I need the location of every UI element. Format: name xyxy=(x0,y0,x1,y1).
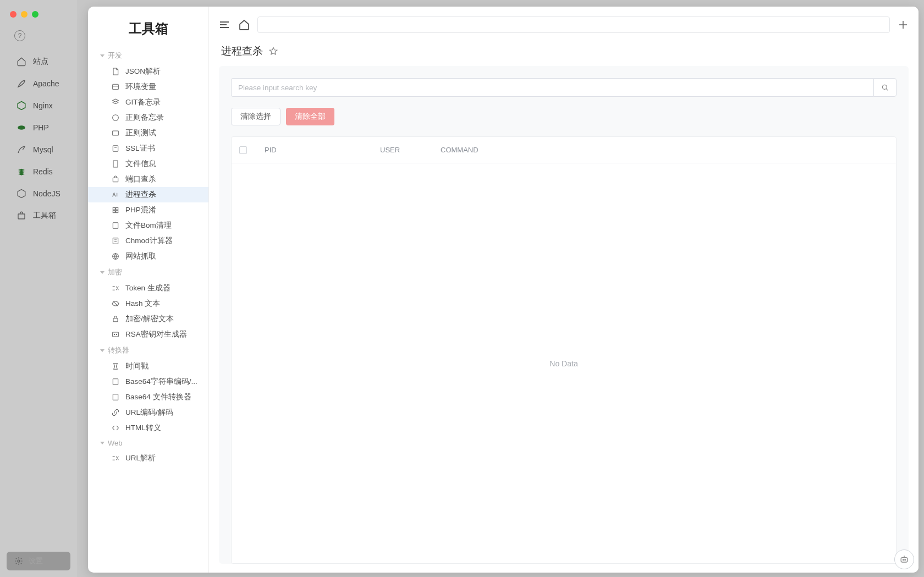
tool-item[interactable]: 正则测试 xyxy=(88,125,208,141)
caret-down-icon xyxy=(100,349,105,352)
tool-item-label: 文件Bom清理 xyxy=(125,221,172,230)
maximize-window-button[interactable] xyxy=(32,11,38,18)
tool-item[interactable]: 加密/解密文本 xyxy=(88,311,208,327)
tool-item[interactable]: 正则备忘录 xyxy=(88,110,208,125)
tool-item-label: Token 生成器 xyxy=(125,283,170,293)
tool-item-label: RSA密钥对生成器 xyxy=(125,329,187,339)
tool-item-label: JSON解析 xyxy=(125,67,161,76)
favorite-button[interactable] xyxy=(268,46,278,56)
select-all-checkbox[interactable] xyxy=(239,146,265,154)
tool-item[interactable]: Token 生成器 xyxy=(88,281,208,296)
tool-item[interactable]: GIT备忘录 xyxy=(88,95,208,110)
search-button[interactable] xyxy=(873,78,897,97)
tool-item-label: URL编码/解码 xyxy=(125,408,173,417)
tool-item-label: 进程查杀 xyxy=(125,190,156,200)
tool-item-label: 环境变量 xyxy=(125,82,156,92)
svg-rect-21 xyxy=(113,318,118,322)
tool-item[interactable]: PHP混淆 xyxy=(88,202,208,218)
content-area: 进程查杀 清除选择 清除全部 PID USER COMMAND No Data xyxy=(209,7,919,573)
tool-item-label: 时间戳 xyxy=(125,361,148,371)
toolbox-icon xyxy=(16,211,26,221)
sidebar-item-sites[interactable]: 站点 xyxy=(0,51,77,73)
tool-item[interactable]: RSA密钥对生成器 xyxy=(88,327,208,342)
nginx-icon xyxy=(16,101,26,111)
tool-icon xyxy=(111,83,120,91)
tool-item[interactable]: SSL证书 xyxy=(88,141,208,156)
tool-item-label: GIT备忘录 xyxy=(125,97,161,107)
column-user: USER xyxy=(380,146,441,154)
tool-item[interactable]: 进程查杀 xyxy=(88,187,208,202)
svg-rect-9 xyxy=(113,161,118,167)
tool-item-label: Hash 文本 xyxy=(125,299,160,309)
search-input[interactable] xyxy=(231,78,873,97)
tool-item[interactable]: 端口查杀 xyxy=(88,172,208,187)
tool-item[interactable]: Base64 文件转换器 xyxy=(88,389,208,405)
tool-item[interactable]: Chmod计算器 xyxy=(88,233,208,249)
minimize-window-button[interactable] xyxy=(21,11,28,18)
sidebar-item-toolbox[interactable]: 工具箱 xyxy=(0,205,77,227)
category-1[interactable]: 加密 xyxy=(88,264,208,281)
svg-point-2 xyxy=(18,560,20,562)
sidebar-item-nginx[interactable]: Nginx xyxy=(0,95,77,117)
sidebar-item-php[interactable]: PHP xyxy=(0,117,77,139)
tool-icon xyxy=(111,129,120,138)
tool-item[interactable]: HTML转义 xyxy=(88,420,208,436)
tool-item[interactable]: URL解析 xyxy=(88,450,208,466)
tool-item[interactable]: JSON解析 xyxy=(88,64,208,79)
sidebar-item-nodejs[interactable]: NodeJS xyxy=(0,183,77,205)
tool-item[interactable]: 时间戳 xyxy=(88,359,208,374)
tool-icon xyxy=(111,237,120,245)
help-icon[interactable]: ? xyxy=(14,30,25,41)
tool-item[interactable]: Base64字符串编码/... xyxy=(88,374,208,389)
svg-point-23 xyxy=(114,334,114,334)
topbar xyxy=(218,14,910,43)
add-button[interactable] xyxy=(897,18,910,31)
sidebar-item-redis[interactable]: Redis xyxy=(0,161,77,183)
tool-icon xyxy=(111,190,120,199)
nodejs-icon xyxy=(16,189,26,199)
omnibox-input[interactable] xyxy=(257,17,890,33)
tool-icon xyxy=(111,330,120,339)
category-label: 加密 xyxy=(108,267,122,277)
page-title: 进程查杀 xyxy=(221,44,263,58)
search-row xyxy=(231,78,897,97)
assistant-bubble-button[interactable] xyxy=(894,549,914,569)
sidebar-item-label: PHP xyxy=(33,123,49,132)
svg-rect-25 xyxy=(113,379,118,385)
caret-down-icon xyxy=(100,54,105,57)
category-3[interactable]: Web xyxy=(88,436,208,450)
menu-toggle-button[interactable] xyxy=(218,18,231,31)
category-0[interactable]: 开发 xyxy=(88,47,208,64)
redis-icon xyxy=(16,167,26,177)
toolbox-title: 工具箱 xyxy=(88,7,208,47)
sidebar-item-label: 工具箱 xyxy=(33,211,56,221)
tool-item[interactable]: 文件Bom清理 xyxy=(88,218,208,233)
category-label: 转换器 xyxy=(108,345,129,355)
tool-item[interactable]: 环境变量 xyxy=(88,79,208,95)
clear-selection-button[interactable]: 清除选择 xyxy=(231,108,280,125)
window-traffic-lights[interactable] xyxy=(10,11,38,18)
sidebar-item-label: Redis xyxy=(33,167,53,176)
tool-item-label: 网站抓取 xyxy=(125,251,156,261)
sidebar-item-mysql[interactable]: Mysql xyxy=(0,139,77,161)
tool-item[interactable]: 文件信息 xyxy=(88,156,208,172)
svg-rect-7 xyxy=(113,146,118,152)
sidebar-item-label: 站点 xyxy=(33,57,48,67)
settings-button[interactable]: 设置 xyxy=(7,552,70,570)
table-empty-state: No Data xyxy=(232,163,896,563)
close-window-button[interactable] xyxy=(10,11,16,18)
sidebar-item-label: NodeJS xyxy=(33,189,61,198)
home-button[interactable] xyxy=(238,18,251,31)
tool-item[interactable]: 网站抓取 xyxy=(88,249,208,264)
tool-icon xyxy=(111,393,120,402)
category-2[interactable]: 转换器 xyxy=(88,342,208,359)
svg-rect-22 xyxy=(113,332,119,337)
button-row: 清除选择 清除全部 xyxy=(231,108,897,125)
tool-item[interactable]: Hash 文本 xyxy=(88,296,208,311)
sidebar-item-apache[interactable]: Apache xyxy=(0,73,77,95)
column-command: COMMAND xyxy=(441,146,888,154)
svg-rect-11 xyxy=(113,207,115,210)
tool-item[interactable]: URL编码/解码 xyxy=(88,405,208,420)
clear-all-button[interactable]: 清除全部 xyxy=(286,108,334,125)
tool-icon xyxy=(111,252,120,261)
